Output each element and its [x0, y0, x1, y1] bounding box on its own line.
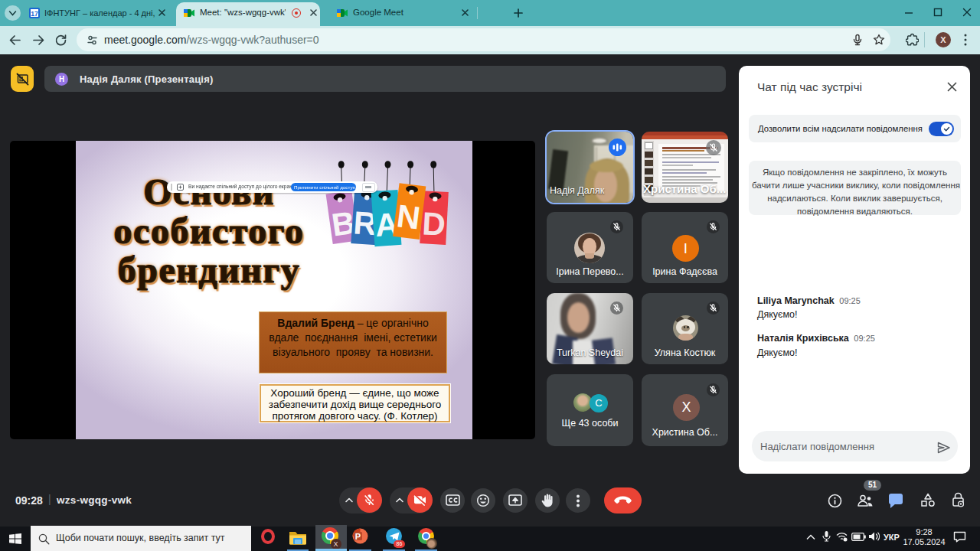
svg-text:D: D	[421, 205, 446, 243]
svg-text:N: N	[395, 197, 423, 236]
svg-text:P: P	[355, 532, 361, 541]
